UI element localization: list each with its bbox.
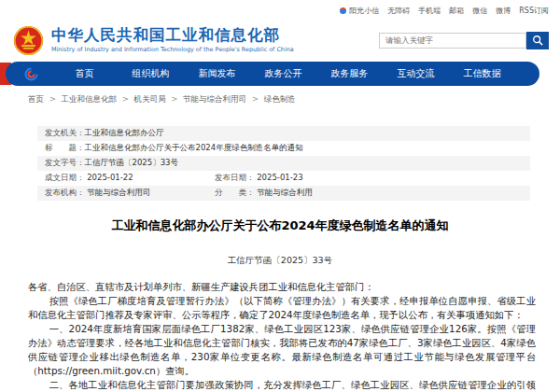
- link-wechat[interactable]: 微信: [472, 6, 487, 16]
- nav-item-news[interactable]: 新闻发布: [184, 67, 250, 80]
- nav-item-home[interactable]: 首页: [51, 67, 118, 80]
- assistant-icon: [340, 7, 346, 14]
- nav-item-interaction[interactable]: 互动交流: [383, 67, 449, 80]
- meta-value: 节能与综合利用司: [87, 188, 150, 197]
- nav-item-data[interactable]: 工信数据: [449, 67, 515, 80]
- document-meta-table: 发文机关： 工业和信息化部办公厅 标 题： 工业和信息化部办公厅关于公布2024…: [37, 126, 530, 201]
- ministry-name-cn: 中华人民共和国工业和信息化部: [51, 27, 294, 44]
- article-salutation: 各省、自治区、直辖市及计划单列市、新疆生产建设兵团工业和信息化主管部门：: [28, 280, 536, 294]
- meta-cell-publisher: 发布机构： 节能与综合利用司: [45, 188, 215, 199]
- search-bar: [379, 32, 549, 49]
- link-label: 阳光小信: [349, 6, 379, 16]
- breadcrumb-home[interactable]: 首页: [28, 94, 44, 104]
- meta-label: 发布日期：: [215, 173, 255, 182]
- meta-row-doc-number: 发文字号： 工信厅节函〔2025〕33号: [37, 156, 530, 171]
- meta-label: 成文日期：: [45, 173, 85, 182]
- meta-label: 分 类：: [215, 188, 255, 197]
- main-nav-wrap: 首页 组织机构 新闻发布 政务公开 政务服务 互动交流 工信数据: [0, 62, 560, 86]
- national-emblem-icon: [13, 25, 44, 56]
- ministry-name-en: Ministry of Industry and Information Tec…: [51, 46, 294, 53]
- nav-item-organization[interactable]: 组织机构: [118, 67, 184, 80]
- meta-cell-written-date: 成文日期： 2025-01-22: [45, 173, 215, 184]
- meta-cell-category: 分 类： 节能与综合利用: [215, 188, 313, 199]
- article-doc-number: 工信厅节函〔2025〕33号: [0, 255, 560, 267]
- link-mail[interactable]: 邮箱: [449, 6, 464, 16]
- meta-row-issuing-agency: 发文机关： 工业和信息化部办公厅: [37, 126, 530, 141]
- link-sunshine-assistant[interactable]: 阳光小信: [340, 6, 379, 16]
- link-mobile[interactable]: 手机端: [418, 6, 441, 16]
- meta-row-dates: 成文日期： 2025-01-22 发布日期： 2025-01-23: [37, 171, 530, 186]
- meta-row-title: 标 题： 工业和信息化部办公厅关于公布2024年度绿色制造名单的通知: [37, 141, 530, 156]
- article-title: 工业和信息化部办公厅关于公布2024年度绿色制造名单的通知: [0, 217, 560, 234]
- meta-label: 发文字号：: [45, 158, 85, 169]
- meta-value: 2025-01-23: [257, 173, 302, 182]
- nav-item-gov-service[interactable]: 政务服务: [316, 67, 383, 80]
- breadcrumb-separator: >: [122, 94, 129, 104]
- top-utility-bar: 阳光小信 无障碍 手机端 邮箱 微信 微博 RSS订阅: [0, 0, 560, 21]
- breadcrumb-separator: >: [252, 94, 259, 104]
- meta-value: 2025-01-22: [87, 173, 133, 182]
- breadcrumb-green-manufacturing[interactable]: 绿色制造: [264, 94, 296, 104]
- search-icon: [532, 35, 543, 46]
- search-button[interactable]: [526, 32, 549, 49]
- meta-row-publisher: 发布机构： 节能与综合利用司 分 类： 节能与综合利用: [37, 186, 530, 201]
- meta-value: 工信厅节函〔2025〕33号: [85, 158, 178, 169]
- breadcrumb: 首页 > 工业和信息化部 > 机关司局 > 节能与综合利用司 > 绿色制造: [0, 86, 560, 105]
- article-paragraph: 一、2024年度新培育国家层面绿色工厂1382家、绿色工业园区123家、绿色供应…: [28, 322, 536, 378]
- site-brand: 中华人民共和国工业和信息化部 Ministry of Industry and …: [51, 27, 294, 53]
- meta-value: 工业和信息化部办公厅关于公布2024年度绿色制造名单的通知: [85, 143, 303, 154]
- link-accessibility[interactable]: 无障碍: [387, 6, 410, 16]
- meta-label: 发布机构：: [45, 188, 85, 197]
- meta-cell-publish-date: 发布日期： 2025-01-23: [215, 173, 303, 184]
- meta-value: 节能与综合利用: [257, 188, 313, 197]
- article-paragraph: 按照《绿色工厂梯度培育及管理暂行办法》（以下简称《管理办法》）有关要求，经申报单…: [28, 294, 536, 322]
- breadcrumb-departments[interactable]: 机关司局: [134, 94, 166, 104]
- meta-label: 发文机关：: [45, 128, 85, 139]
- breadcrumb-miit[interactable]: 工业和信息化部: [62, 94, 118, 104]
- link-weibo[interactable]: 微博: [496, 6, 511, 16]
- page: 阳光小信 无障碍 手机端 邮箱 微信 微博 RSS订阅 中华人民共和国工业和信息…: [0, 0, 560, 392]
- breadcrumb-separator: >: [171, 94, 177, 104]
- article-paragraph: 二、各地工业和信息化主管部门要加强政策协同，充分发挥绿色工厂、绿色工业园区、绿色…: [28, 378, 536, 392]
- meta-label: 标 题：: [45, 143, 85, 154]
- article-body: 各省、自治区、直辖市及计划单列市、新疆生产建设兵团工业和信息化主管部门： 按照《…: [28, 280, 536, 392]
- search-input[interactable]: [379, 33, 526, 49]
- nav-item-gov-open[interactable]: 政务公开: [250, 67, 316, 80]
- egov-logo-icon: [24, 67, 38, 81]
- breadcrumb-separator: >: [49, 94, 56, 104]
- link-rss[interactable]: RSS订阅: [519, 6, 549, 16]
- site-header: 中华人民共和国工业和信息化部 Ministry of Industry and …: [0, 21, 560, 60]
- meta-value: 工业和信息化部办公厅: [85, 128, 164, 139]
- breadcrumb-energy-dept[interactable]: 节能与综合利用司: [183, 94, 246, 104]
- main-nav: 首页 组织机构 新闻发布 政务公开 政务服务 互动交流 工信数据: [6, 62, 539, 86]
